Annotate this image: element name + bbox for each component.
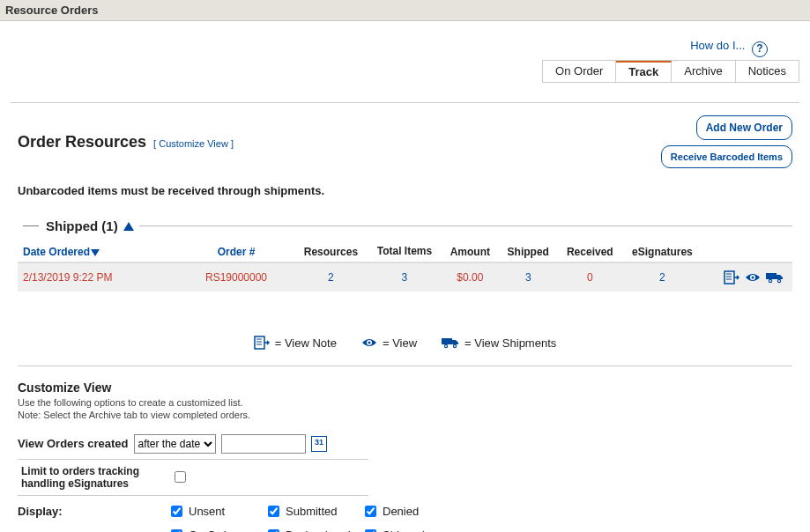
tab-notices[interactable]: Notices [736,61,799,83]
svg-point-10 [778,280,780,282]
opt-on-order[interactable]: On Order [167,527,264,532]
table-row: 2/13/2019 9:22 PM RS19000000 2 3 $0.00 3… [18,262,792,292]
cell-total-items[interactable]: 3 [402,271,408,284]
display-label: Display: [18,503,150,532]
customize-view-link[interactable]: [ Customize View ] [153,138,234,149]
opt-shipped[interactable]: Shipped [361,527,458,532]
svg-point-8 [769,280,771,282]
tab-on-order[interactable]: On Order [543,61,616,83]
svg-point-5 [752,277,754,279]
view-shipments-icon [442,336,459,349]
col-order-number[interactable]: Order # [218,246,256,258]
cell-order-number: RS19000000 [178,262,294,292]
col-received: Received [558,242,622,262]
add-new-order-button[interactable]: Add New Order [696,115,792,140]
notice-text: Unbarcoded items must be received throug… [18,184,792,197]
help-link[interactable]: How do I... ? [690,39,768,57]
legend: = View Note = View = View Shipments [18,336,792,366]
svg-point-21 [454,345,456,347]
page-title: Order Resources [18,133,146,151]
svg-rect-6 [766,273,777,279]
cell-shipped[interactable]: 3 [525,271,531,284]
tab-track[interactable]: Track [616,61,672,83]
view-note-icon [254,336,270,350]
col-total-items: Total Items [368,242,442,262]
cell-received: 0 [558,262,622,292]
customize-view-heading: Customize View [18,381,792,395]
view-note-icon[interactable] [724,270,739,284]
svg-rect-17 [442,338,452,344]
date-mode-select[interactable]: after the date [134,434,216,454]
svg-point-16 [368,342,370,344]
cell-amount: $0.00 [442,262,499,292]
tabs: On Order Track Archive Notices [542,60,799,83]
orders-table: Date Ordered Order # Resources Total Ite… [18,242,792,292]
cell-resources[interactable]: 2 [328,271,334,284]
svg-rect-0 [725,271,734,284]
calendar-icon[interactable] [311,436,327,452]
svg-rect-11 [255,336,264,349]
col-date-ordered[interactable]: Date Ordered [23,246,100,258]
view-icon[interactable] [745,272,761,283]
opt-unsent[interactable]: Unsent [167,503,264,520]
view-orders-created-label: View Orders created [18,437,129,450]
limit-esignatures-checkbox[interactable] [175,471,186,483]
opt-denied[interactable]: Denied [361,503,458,520]
page-header: Resource Orders [0,0,810,21]
sort-desc-icon [91,249,100,256]
col-resources: Resources [294,242,368,262]
opt-backordered[interactable]: Backordered [264,527,361,532]
section-shipped-title: Shipped (1) [46,218,118,233]
date-input[interactable] [221,434,306,454]
view-icon [361,337,377,348]
collapse-icon[interactable] [123,222,134,231]
col-amount: Amount [442,242,499,262]
help-icon: ? [752,41,768,57]
receive-barcoded-items-button[interactable]: Receive Barcoded Items [661,145,792,168]
tab-archive[interactable]: Archive [672,61,735,83]
svg-point-19 [445,345,447,347]
col-shipped: Shipped [499,242,558,262]
cell-date-ordered: 2/13/2019 9:22 PM [18,262,178,292]
view-shipments-icon[interactable] [766,271,784,284]
col-esignatures: eSignatures [622,242,702,262]
cell-esignatures[interactable]: 2 [659,271,665,284]
limit-esignatures-label: Limit to orders tracking handling eSigna… [21,465,162,490]
page-header-title: Resource Orders [5,4,99,17]
opt-submitted[interactable]: Submitted [264,503,361,520]
